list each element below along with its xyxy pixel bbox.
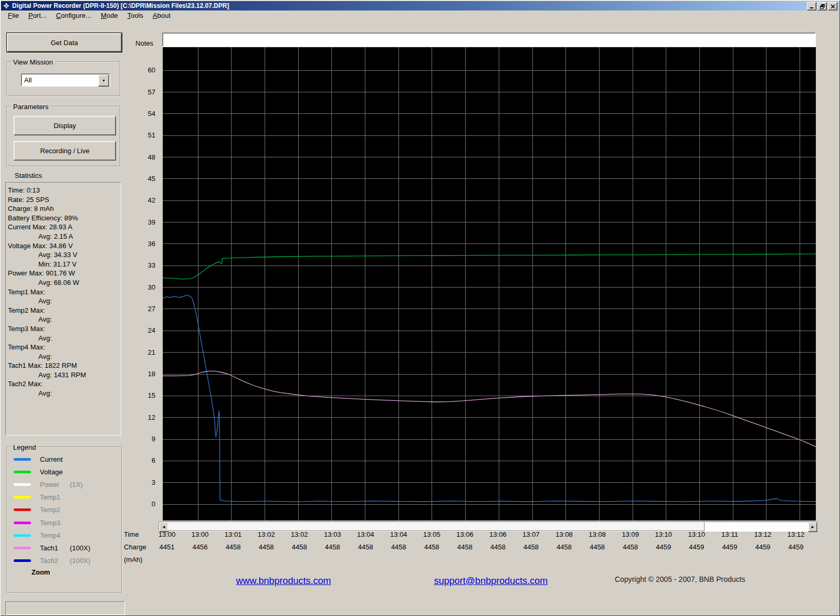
stat-line: Temp4 Max: xyxy=(6,343,121,352)
time-tick: 13:09 xyxy=(622,530,639,538)
time-tick: 13:10 xyxy=(655,530,672,538)
legend-item-label: Tach2 xyxy=(40,557,70,565)
charge-value: 4456 xyxy=(193,543,208,551)
time-tick: 13:12 xyxy=(788,530,805,538)
time-tick: 13:07 xyxy=(522,530,540,538)
charge-value: 4458 xyxy=(391,543,406,551)
legend-item-label: Temp3 xyxy=(40,519,70,527)
y-axis-tick: 36 xyxy=(131,240,155,248)
legend-items: CurrentVoltagePower(1X)Temp1Temp2Temp3Te… xyxy=(7,453,121,573)
charge-value: 4459 xyxy=(656,543,671,551)
time-tick: 13:12 xyxy=(754,530,772,538)
legend-item-label: Voltage xyxy=(40,468,70,476)
legend-item-tach2[interactable]: Tach2(100X) xyxy=(7,555,121,567)
display-button[interactable]: Display xyxy=(14,116,116,135)
statistics-label: Statistics xyxy=(15,172,42,179)
stat-line: Rate: 25 SPS xyxy=(6,195,121,205)
y-axis-tick: 12 xyxy=(131,413,155,422)
combobox-dropdown-button[interactable]: ▼ xyxy=(98,75,109,87)
close-icon xyxy=(831,4,835,9)
close-button[interactable] xyxy=(828,2,837,10)
legend-item-temp3[interactable]: Temp3 xyxy=(7,516,121,529)
recording-live-button[interactable]: Recording / Live xyxy=(14,141,116,161)
time-tick: 13:04 xyxy=(357,530,374,538)
stat-line: Time: 0:13 xyxy=(6,186,121,195)
status-panel xyxy=(5,601,125,615)
menu-item-port[interactable]: Port... xyxy=(24,10,51,20)
legend-item-voltage[interactable]: Voltage xyxy=(7,465,121,478)
y-axis-tick: 24 xyxy=(131,326,155,335)
stat-line: Tach2 Max: xyxy=(6,379,121,389)
legend-item-power[interactable]: Power(1X) xyxy=(7,478,121,491)
website-link[interactable]: www.bnbproducts.com xyxy=(236,576,331,587)
stat-line: Avg: 1431 RPM xyxy=(6,370,121,380)
stat-line: Charge: 8 mAh xyxy=(6,204,121,214)
charge-value: 4458 xyxy=(292,543,307,551)
charge-value: 4458 xyxy=(325,543,340,551)
stat-line: Min: 31.17 V xyxy=(6,260,121,269)
menu-bar: FilePort...Configure...ModeToolsAbout xyxy=(1,10,840,20)
stat-line: Avg: 2.15 A xyxy=(6,232,121,241)
stat-line: Temp3 Max: xyxy=(6,324,121,334)
legend-swatch xyxy=(14,458,31,461)
mah-row-label: (mAh) xyxy=(124,556,142,564)
y-axis-tick: 0 xyxy=(131,500,155,508)
y-axis-tick: 3 xyxy=(131,479,155,487)
charge-value: 4458 xyxy=(556,543,572,551)
charge-value: 4458 xyxy=(523,543,539,551)
legend-item-current[interactable]: Current xyxy=(7,453,121,465)
chart-plot[interactable] xyxy=(163,47,816,521)
charge-value: 4458 xyxy=(424,543,439,551)
legend-item-suffix: (1X) xyxy=(70,481,83,488)
time-tick: 13:08 xyxy=(555,530,573,538)
time-tick: 13:02 xyxy=(291,530,308,538)
stat-line: Power Max: 901.76 W xyxy=(6,269,121,278)
minimize-icon xyxy=(810,4,814,9)
y-axis-tick: 39 xyxy=(131,218,155,227)
zoom-label: Zoom xyxy=(32,568,50,576)
y-axis-tick: 51 xyxy=(131,131,155,140)
y-axis-tick: 21 xyxy=(131,348,155,357)
time-tick: 13:01 xyxy=(225,530,242,538)
y-axis-tick: 42 xyxy=(131,196,155,205)
stat-line: Battery Efficiency: 89% xyxy=(6,214,121,223)
time-tick: 13:08 xyxy=(589,530,606,538)
scroll-thumb[interactable] xyxy=(167,522,705,531)
y-axis-tick: 6 xyxy=(131,456,155,465)
legend-item-temp2[interactable]: Temp2 xyxy=(7,504,121,516)
charge-value: 4458 xyxy=(590,543,605,551)
app-window: Digital Power Recorder (DPR-II-150) [C:\… xyxy=(0,0,840,616)
stat-line: Avg: xyxy=(6,389,121,398)
view-mission-combobox[interactable]: All ▼ xyxy=(21,73,110,87)
view-mission-value: All xyxy=(24,76,32,84)
notes-input[interactable] xyxy=(162,33,816,47)
y-axis-tick: 45 xyxy=(131,175,155,183)
legend-group-label: Legend xyxy=(11,443,38,451)
stat-line: Current Max: 28.93 A xyxy=(6,222,121,232)
y-axis-tick: 57 xyxy=(131,88,155,97)
time-tick: 13:06 xyxy=(489,530,507,538)
menu-item-configure[interactable]: Configure... xyxy=(51,10,96,20)
copyright-text: Copyright © 2005 - 2007, BNB Products xyxy=(615,575,745,583)
y-axis-tick: 15 xyxy=(131,391,155,400)
y-axis-tick: 54 xyxy=(131,110,155,118)
stat-line: Avg: xyxy=(6,334,121,343)
y-axis-tick: 60 xyxy=(131,66,155,75)
charge-value: 4451 xyxy=(160,543,175,551)
minimize-button[interactable] xyxy=(807,2,816,10)
menu-item-mode[interactable]: Mode xyxy=(96,10,123,20)
get-data-button[interactable]: Get Data xyxy=(6,33,122,52)
legend-item-temp1[interactable]: Temp1 xyxy=(7,491,121,504)
y-axis-tick: 30 xyxy=(131,283,155,292)
support-link[interactable]: support@bnbproducts.com xyxy=(434,576,548,587)
charge-value: 4459 xyxy=(755,543,770,551)
y-axis-tick: 9 xyxy=(131,435,155,443)
legend-swatch xyxy=(14,483,31,486)
restore-button[interactable] xyxy=(817,2,827,10)
charge-value: 4458 xyxy=(457,543,472,551)
charge-row: 4451445644584458445844584458445844584458… xyxy=(0,543,840,551)
series-voltage xyxy=(163,254,816,279)
time-tick: 13:10 xyxy=(688,530,706,538)
menu-item-file[interactable]: File xyxy=(3,10,24,20)
legend-item-label: Temp2 xyxy=(40,506,70,514)
